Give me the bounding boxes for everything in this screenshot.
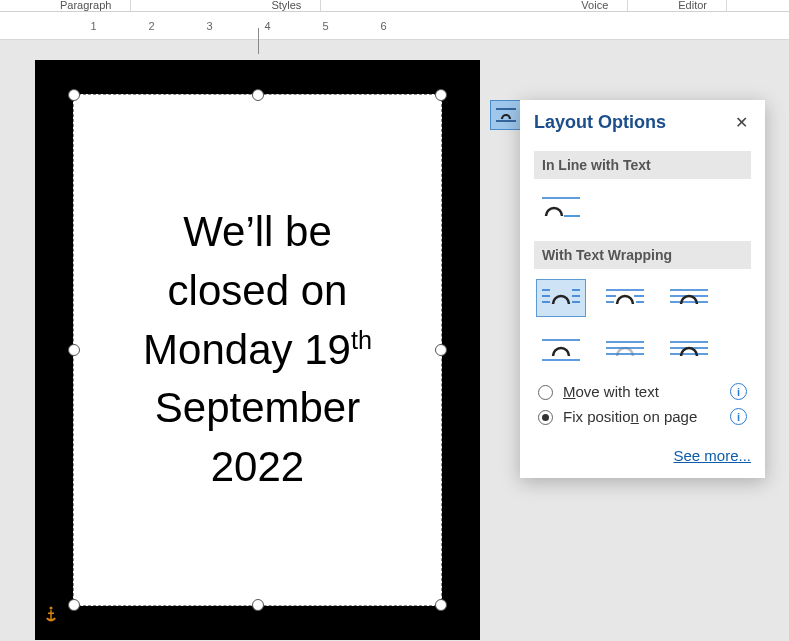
text-line: We’ll be: [183, 208, 332, 255]
layout-options-panel: Layout Options ✕ In Line with Text With …: [520, 100, 765, 478]
resize-handle-top[interactable]: [252, 89, 264, 101]
close-button[interactable]: ✕: [731, 113, 751, 132]
wrap-option-behind-text[interactable]: [600, 331, 650, 369]
text-line: closed on: [168, 267, 348, 314]
wrap-option-inline[interactable]: [536, 189, 586, 227]
radio-fix-position[interactable]: Fix position on page i: [538, 408, 747, 425]
ribbon-bottom-strip: Paragraph Styles Voice Editor: [0, 0, 789, 12]
ribbon-group-styles: Styles: [251, 0, 321, 11]
anchor-icon[interactable]: [42, 605, 60, 623]
anchor-glyph: [42, 605, 60, 623]
info-icon[interactable]: i: [730, 408, 747, 425]
resize-handle-top-right[interactable]: [435, 89, 447, 101]
section-inline-label: In Line with Text: [534, 151, 751, 179]
document-canvas[interactable]: We’ll be closed on Monday 19th September…: [0, 40, 789, 641]
resize-handle-top-left[interactable]: [68, 89, 80, 101]
panel-header: Layout Options ✕: [534, 112, 751, 133]
ribbon-group-editor: Editor: [658, 0, 727, 11]
ruler-mark: 2: [137, 20, 166, 32]
text-line: 2022: [211, 443, 304, 490]
text-content[interactable]: We’ll be closed on Monday 19th September…: [143, 203, 372, 497]
wrap-option-tight[interactable]: [600, 279, 650, 317]
inline-options-row: [536, 189, 749, 227]
radio-button[interactable]: [538, 410, 553, 425]
radio-label: Fix position on page: [563, 408, 720, 425]
ruler-mark: 3: [195, 20, 224, 32]
wrap-option-top-bottom[interactable]: [536, 331, 586, 369]
wrap-option-square[interactable]: [536, 279, 586, 317]
ruler-mark: 6: [369, 20, 398, 32]
wrap-option-front-text[interactable]: [664, 331, 714, 369]
panel-title: Layout Options: [534, 112, 666, 133]
text-line: September: [155, 384, 360, 431]
wrap-options-row-2: [536, 331, 749, 369]
rotate-handle-stem[interactable]: [258, 28, 259, 54]
layout-options-button[interactable]: [490, 100, 522, 130]
info-icon[interactable]: i: [730, 383, 747, 400]
ruler-mark: 5: [311, 20, 340, 32]
wrap-option-through[interactable]: [664, 279, 714, 317]
horizontal-ruler[interactable]: 1 2 3 4 5 6: [0, 12, 789, 40]
ruler-mark: 1: [79, 20, 108, 32]
resize-handle-left[interactable]: [68, 344, 80, 356]
text-box[interactable]: We’ll be closed on Monday 19th September…: [73, 94, 442, 606]
resize-handle-bottom-left[interactable]: [68, 599, 80, 611]
radio-move-with-text[interactable]: Move with text i: [538, 383, 747, 400]
resize-handle-bottom-right[interactable]: [435, 599, 447, 611]
close-icon: ✕: [735, 114, 748, 131]
resize-handle-right[interactable]: [435, 344, 447, 356]
radio-label: Move with text: [563, 383, 720, 400]
ribbon-group-paragraph: Paragraph: [40, 0, 131, 11]
section-wrap-label: With Text Wrapping: [534, 241, 751, 269]
selected-shape[interactable]: We’ll be closed on Monday 19th September…: [35, 60, 480, 640]
see-more-row: See more...: [534, 447, 751, 464]
text-line: Monday 19: [143, 326, 351, 373]
ribbon-group-voice: Voice: [561, 0, 628, 11]
see-more-link[interactable]: See more...: [673, 447, 751, 464]
resize-handle-bottom[interactable]: [252, 599, 264, 611]
layout-options-icon: [494, 105, 518, 125]
radio-button[interactable]: [538, 385, 553, 400]
ordinal-suffix: th: [351, 326, 372, 354]
wrap-options-row-1: [536, 279, 749, 317]
